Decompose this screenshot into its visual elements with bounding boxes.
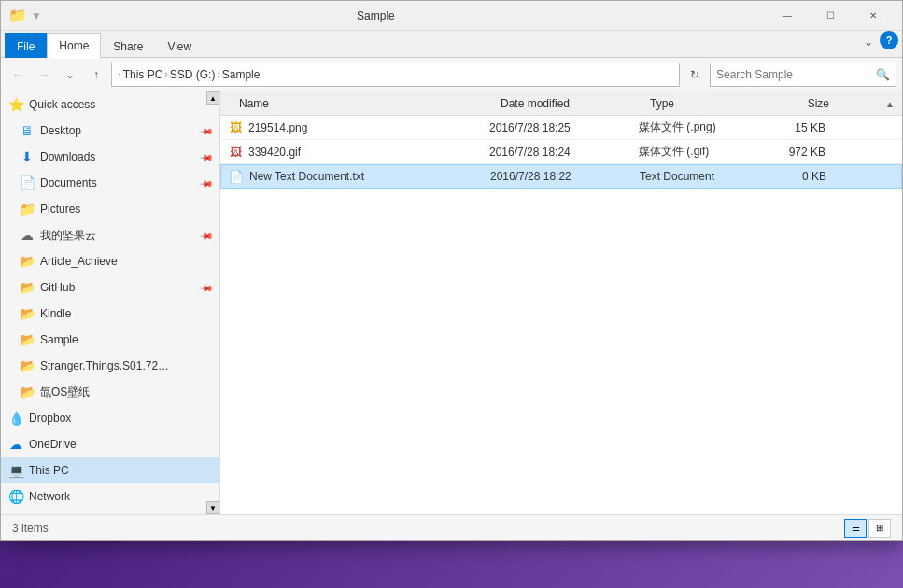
jianguoyun-pin-icon: 📌 xyxy=(199,228,214,243)
file-type-txt: Text Document xyxy=(640,170,752,183)
search-input[interactable] xyxy=(716,68,876,81)
file-icon-gif: 🖼 xyxy=(228,145,243,160)
sidebar-item-desktop[interactable]: 🖥 Desktop 📌 xyxy=(1,118,219,144)
file-list-body: 🖼 219514.png 2016/7/28 18:25 媒体文件 (.png)… xyxy=(220,116,902,514)
minimize-button[interactable]: — xyxy=(766,1,809,31)
view-buttons: ☰ ⊞ xyxy=(844,519,891,538)
sidebar-item-label-article: Article_Achieve xyxy=(40,255,212,268)
sidebar-item-label-dropbox: Dropbox xyxy=(29,412,212,425)
sidebar-item-documents[interactable]: 📄 Documents 📌 xyxy=(1,170,219,196)
view-large-button[interactable]: ⊞ xyxy=(868,519,891,538)
maximize-button[interactable]: ☐ xyxy=(809,1,852,31)
stranger-icon: 📂 xyxy=(20,358,35,373)
file-date-txt: 2016/7/28 18:22 xyxy=(490,170,640,183)
kindle-icon: 📂 xyxy=(20,306,35,321)
search-box[interactable]: 🔍 xyxy=(710,63,896,87)
ribbon-expand-button[interactable]: ⌄ xyxy=(857,31,880,53)
file-date-png: 2016/7/28 18:25 xyxy=(489,121,639,134)
sort-arrow-icon: ▲ xyxy=(885,98,895,108)
close-button[interactable]: ✕ xyxy=(852,1,895,31)
tab-share[interactable]: Share xyxy=(101,33,155,59)
path-part-ssd: SSD (G:) xyxy=(170,68,216,81)
tab-file[interactable]: File xyxy=(5,33,47,59)
view-details-button[interactable]: ☰ xyxy=(844,519,867,538)
sidebar-item-label-pictures: Pictures xyxy=(40,203,212,216)
file-size-txt: 0 KB xyxy=(752,170,826,183)
sidebar-item-github[interactable]: 📂 GitHub 📌 xyxy=(1,274,219,301)
sidebar-item-sample[interactable]: 📂 Sample xyxy=(1,327,219,353)
sidebar-item-label-downloads: Downloads xyxy=(40,150,195,163)
sidebar-item-onedrive[interactable]: ☁ OneDrive xyxy=(1,431,219,457)
window-title: Sample xyxy=(0,9,766,22)
sidebar: ▲ ⭐ Quick access 🖥 Desktop 📌 ⬇ Downloads… xyxy=(1,91,220,514)
explorer-window: 📁 ▼ Sample — ☐ ✕ File Home Share View ⌄ … xyxy=(0,0,903,541)
path-sep-1: › xyxy=(164,69,167,79)
sidebar-item-label-network: Network xyxy=(29,490,212,503)
sidebar-item-xenos[interactable]: 📂 氙OS壁纸 xyxy=(1,379,219,405)
sidebar-item-thispc[interactable]: 💻 This PC xyxy=(1,457,219,483)
address-bar: ← → ⌄ ↑ › This PC › SSD (G:) › Sample ↻ … xyxy=(1,58,902,91)
file-size-png: 15 KB xyxy=(751,121,825,134)
documents-icon: 📄 xyxy=(20,175,35,190)
file-name-label-gif: 339420.gif xyxy=(248,146,301,159)
jianguoyun-icon: ☁ xyxy=(20,228,35,243)
col-header-size[interactable]: Size xyxy=(758,97,833,110)
path-sep-2: › xyxy=(217,69,219,79)
sidebar-item-network[interactable]: 🌐 Network xyxy=(1,483,219,510)
up-button[interactable]: ↑ xyxy=(85,63,107,86)
network-icon: 🌐 xyxy=(8,489,23,504)
sidebar-item-label-onedrive: OneDrive xyxy=(29,438,212,451)
file-name-label-png: 219514.png xyxy=(248,121,307,134)
sidebar-item-label-xenos: 氙OS壁纸 xyxy=(40,385,212,400)
path-arrow-icon: › xyxy=(118,69,121,80)
file-type-gif: 媒体文件 (.gif) xyxy=(639,144,751,160)
tab-home[interactable]: Home xyxy=(47,33,101,59)
ribbon-tabs: File Home Share View ⌄ ? xyxy=(1,31,902,57)
thispc-icon: 💻 xyxy=(8,463,23,478)
sidebar-item-jianguoyun[interactable]: ☁ 我的坚果云 📌 xyxy=(1,222,219,248)
col-header-name[interactable]: Name xyxy=(235,97,497,110)
sidebar-item-kindle[interactable]: 📂 Kindle xyxy=(1,301,219,327)
file-area: Name Date modified Type Size ▲ 🖼 219514.… xyxy=(220,91,902,514)
sidebar-scroll-down-btn[interactable]: ▼ xyxy=(206,501,219,514)
sample-folder-icon: 📂 xyxy=(20,332,35,347)
github-pin-icon: 📌 xyxy=(199,280,214,295)
col-header-date[interactable]: Date modified xyxy=(497,97,646,110)
sidebar-item-label-stranger: Stranger.Things.S01.720p.N xyxy=(40,359,171,372)
col-header-type[interactable]: Type xyxy=(646,97,758,110)
sidebar-item-label-documents: Documents xyxy=(40,176,195,189)
sidebar-item-downloads[interactable]: ⬇ Downloads 📌 xyxy=(1,144,219,170)
sidebar-scroll-up-btn[interactable]: ▲ xyxy=(206,91,219,105)
sidebar-item-label-github: GitHub xyxy=(40,281,195,294)
sidebar-item-stranger[interactable]: 📂 Stranger.Things.S01.720p.N xyxy=(1,353,219,379)
forward-button[interactable]: → xyxy=(33,63,55,86)
path-part-thispc: This PC xyxy=(123,68,163,81)
tab-view[interactable]: View xyxy=(155,33,204,59)
path-part-sample: Sample xyxy=(222,68,261,81)
file-icon-png: 🖼 xyxy=(228,120,243,135)
sidebar-item-article[interactable]: 📂 Article_Achieve xyxy=(1,248,219,274)
title-bar: 📁 ▼ Sample — ☐ ✕ xyxy=(1,1,902,31)
dropbox-icon: 💧 xyxy=(8,411,23,426)
file-row-gif[interactable]: 🖼 339420.gif 2016/7/28 18:24 媒体文件 (.gif)… xyxy=(220,140,902,164)
file-name-png: 🖼 219514.png xyxy=(228,120,489,135)
sidebar-item-label-kindle: Kindle xyxy=(40,307,212,320)
ribbon: File Home Share View ⌄ ? xyxy=(1,31,902,58)
file-row-txt[interactable]: 📄 New Text Document.txt 2016/7/28 18:22 … xyxy=(220,164,902,189)
article-icon: 📂 xyxy=(20,254,35,269)
refresh-button[interactable]: ↻ xyxy=(684,63,706,86)
file-size-gif: 972 KB xyxy=(751,146,825,159)
help-button[interactable]: ? xyxy=(880,31,898,49)
address-path[interactable]: › This PC › SSD (G:) › Sample xyxy=(111,63,680,87)
sidebar-item-label-quick-access: Quick access xyxy=(29,98,212,111)
back-button[interactable]: ← xyxy=(7,63,29,86)
sidebar-item-quick-access[interactable]: ⭐ Quick access xyxy=(1,91,219,118)
file-name-txt: 📄 New Text Document.txt xyxy=(229,169,490,184)
sidebar-item-pictures[interactable]: 📁 Pictures xyxy=(1,196,219,222)
file-row-png[interactable]: 🖼 219514.png 2016/7/28 18:25 媒体文件 (.png)… xyxy=(220,116,902,140)
file-name-gif: 🖼 339420.gif xyxy=(228,145,489,160)
file-date-gif: 2016/7/28 18:24 xyxy=(489,146,639,159)
sidebar-item-dropbox[interactable]: 💧 Dropbox xyxy=(1,405,219,431)
onedrive-icon: ☁ xyxy=(8,437,23,452)
dropdown-recent-button[interactable]: ⌄ xyxy=(59,63,81,86)
